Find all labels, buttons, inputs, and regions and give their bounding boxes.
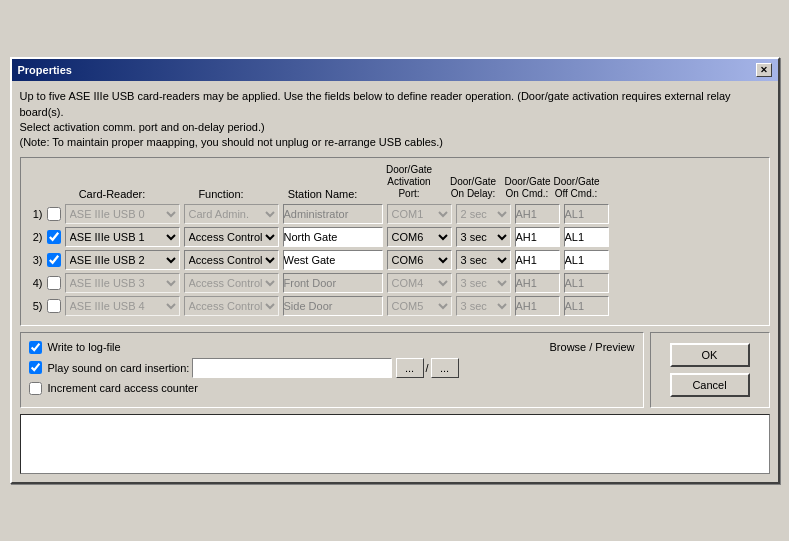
bottom-section: Write to log-file Browse / Preview Play … <box>20 332 770 408</box>
reader-select-3[interactable]: ASE IIIe USB 2 <box>65 250 180 270</box>
browse-sep: / <box>426 362 429 374</box>
col-header-offcmd: Door/GateOff Cmd.: <box>554 176 599 200</box>
offcmd-input-4 <box>564 273 609 293</box>
row-checkbox-5[interactable] <box>47 299 61 313</box>
properties-dialog: Properties ✕ Up to five ASE IIIe USB car… <box>10 57 780 484</box>
col-header-station: Station Name: <box>273 188 373 200</box>
oncmd-input-5 <box>515 296 560 316</box>
increment-row: Increment card access counter <box>29 382 635 395</box>
col-header-ondelay: Door/GateOn Delay: <box>446 176 501 200</box>
function-select-1: Card Admin. <box>184 204 279 224</box>
delay-select-4: 3 sec <box>456 273 511 293</box>
close-button[interactable]: ✕ <box>756 63 772 77</box>
window-title: Properties <box>18 64 72 76</box>
table-row: 4) ASE IIIe USB 3 Access Control COM4 3 … <box>27 273 763 293</box>
info-line3: (Note: To maintain proper maapping, you … <box>20 136 444 148</box>
window-body: Up to five ASE IIIe USB card-readers may… <box>12 81 778 482</box>
station-input-1 <box>283 204 383 224</box>
offcmd-input-5 <box>564 296 609 316</box>
row-number: 1) <box>27 208 43 220</box>
reader-select-5: ASE IIIe USB 4 <box>65 296 180 316</box>
port-select-3[interactable]: COM6 <box>387 250 452 270</box>
delay-select-3[interactable]: 3 sec <box>456 250 511 270</box>
col-header-function: Function: <box>174 188 269 200</box>
oncmd-input-2[interactable] <box>515 227 560 247</box>
offcmd-input-2[interactable] <box>564 227 609 247</box>
play-sound-label: Play sound on card insertion: <box>48 362 190 374</box>
delay-select-1: 2 sec <box>456 204 511 224</box>
title-bar-controls: ✕ <box>756 63 772 77</box>
column-headers: Card-Reader: Function: Station Name: Doo… <box>55 164 763 200</box>
table-row: 3) ASE IIIe USB 2 Access Control COM6 3 … <box>27 250 763 270</box>
oncmd-input-4 <box>515 273 560 293</box>
col-header-reader: Card-Reader: <box>55 188 170 200</box>
reader-select-2[interactable]: ASE IIIe USB 1 <box>65 227 180 247</box>
station-input-3[interactable] <box>283 250 383 270</box>
row-number: 5) <box>27 300 43 312</box>
play-sound-row: Play sound on card insertion: C:\WINDOWS… <box>29 358 635 378</box>
play-sound-checkbox[interactable] <box>29 361 42 374</box>
table-row: 1) ASE IIIe USB 0 Card Admin. COM1 2 sec <box>27 204 763 224</box>
browse-btn2[interactable]: ... <box>431 358 459 378</box>
port-select-1: COM1 <box>387 204 452 224</box>
title-bar: Properties ✕ <box>12 59 778 81</box>
row-checkbox-3[interactable] <box>47 253 61 267</box>
oncmd-input-1 <box>515 204 560 224</box>
table-row: 5) ASE IIIe USB 4 Access Control COM5 3 … <box>27 296 763 316</box>
function-select-3[interactable]: Access Control <box>184 250 279 270</box>
increment-label: Increment card access counter <box>48 382 198 394</box>
row-number: 2) <box>27 231 43 243</box>
function-select-2[interactable]: Access Control <box>184 227 279 247</box>
function-select-5: Access Control <box>184 296 279 316</box>
offcmd-input-1 <box>564 204 609 224</box>
readers-panel: Card-Reader: Function: Station Name: Doo… <box>20 157 770 326</box>
station-input-4 <box>283 273 383 293</box>
col-header-port: Door/GateActivation Port: <box>377 164 442 200</box>
col-header-oncmd: Door/GateOn Cmd.: <box>505 176 550 200</box>
row-checkbox-1[interactable] <box>47 207 61 221</box>
increment-checkbox[interactable] <box>29 382 42 395</box>
rows-container: 1) ASE IIIe USB 0 Card Admin. COM1 2 sec… <box>27 204 763 316</box>
row-checkbox-2[interactable] <box>47 230 61 244</box>
browse-preview-label: Browse / Preview <box>550 341 635 353</box>
table-row: 2) ASE IIIe USB 1 Access Control COM6 3 … <box>27 227 763 247</box>
row-number: 4) <box>27 277 43 289</box>
function-select-4: Access Control <box>184 273 279 293</box>
options-panel: Write to log-file Browse / Preview Play … <box>20 332 644 408</box>
offcmd-input-3[interactable] <box>564 250 609 270</box>
info-line1: Up to five ASE IIIe USB card-readers may… <box>20 90 731 117</box>
ok-button[interactable]: OK <box>670 343 750 367</box>
write-log-checkbox[interactable] <box>29 341 42 354</box>
row-checkbox-4[interactable] <box>47 276 61 290</box>
station-input-5 <box>283 296 383 316</box>
reader-select-1: ASE IIIe USB 0 <box>65 204 180 224</box>
cancel-button[interactable]: Cancel <box>670 373 750 397</box>
delay-select-5: 3 sec <box>456 296 511 316</box>
info-text: Up to five ASE IIIe USB card-readers may… <box>20 89 770 151</box>
station-input-2[interactable] <box>283 227 383 247</box>
browse-btn1[interactable]: ... <box>396 358 424 378</box>
reader-select-4: ASE IIIe USB 3 <box>65 273 180 293</box>
write-log-row: Write to log-file Browse / Preview <box>29 341 635 354</box>
port-select-5: COM5 <box>387 296 452 316</box>
port-select-4: COM4 <box>387 273 452 293</box>
write-log-label: Write to log-file <box>48 341 121 353</box>
delay-select-2[interactable]: 3 sec <box>456 227 511 247</box>
port-select-2[interactable]: COM6 <box>387 227 452 247</box>
button-panel: OK Cancel <box>650 332 770 408</box>
log-area <box>20 414 770 474</box>
sound-path-input[interactable]: C:\WINDOWS\Media\DING.WAV <box>192 358 392 378</box>
oncmd-input-3[interactable] <box>515 250 560 270</box>
info-line2: Select activation comm. port and on-dela… <box>20 121 265 133</box>
row-number: 3) <box>27 254 43 266</box>
